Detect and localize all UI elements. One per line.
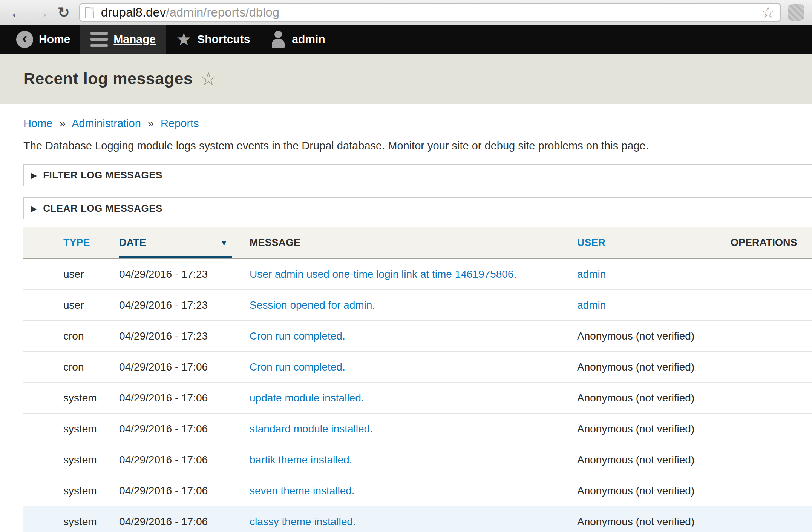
message-cell: Cron run completed. [232, 321, 560, 352]
collapsed-arrow-icon: ▶ [31, 204, 37, 212]
log-message-link[interactable]: update module installed. [250, 392, 364, 404]
user-cell: admin [560, 259, 713, 290]
browser-back-button[interactable]: ← [9, 5, 25, 20]
log-user-text: Anonymous (not verified) [577, 516, 694, 527]
message-cell: classy theme installed. [232, 506, 560, 532]
log-user-text: Anonymous (not verified) [577, 485, 694, 497]
collapsed-arrow-icon: ▶ [31, 171, 37, 179]
log-message-link[interactable]: Cron run completed. [250, 361, 345, 373]
log-table-row: user 04/29/2016 - 17:23 User admin used … [23, 259, 812, 290]
breadcrumb-separator: » [148, 117, 154, 129]
message-cell: User admin used one-time login link at t… [232, 259, 560, 290]
date-cell: 04/29/2016 - 17:06 [119, 444, 232, 475]
log-type: system [63, 516, 97, 527]
page-description: The Database Logging module logs system … [23, 140, 812, 152]
log-message-link[interactable]: classy theme installed. [250, 516, 356, 527]
operations-cell [713, 506, 812, 532]
log-date: 04/29/2016 - 17:23 [119, 330, 208, 342]
message-cell: Session opened for admin. [232, 290, 560, 321]
log-type: system [63, 454, 97, 466]
log-message-link[interactable]: bartik theme installed. [250, 454, 352, 466]
toolbar-item-admin[interactable]: admin [260, 25, 335, 54]
date-cell: 04/29/2016 - 17:06 [119, 352, 232, 383]
operations-cell [713, 444, 812, 475]
log-message-link[interactable]: Session opened for admin. [250, 299, 375, 311]
message-cell: update module installed. [232, 383, 560, 414]
address-bar[interactable]: drupal8.dev/admin/reports/dblog ☆ [79, 3, 781, 22]
log-user-link[interactable]: admin [577, 299, 606, 311]
operations-cell [713, 259, 812, 290]
filter-log-messages-label: FILTER LOG MESSAGES [43, 169, 162, 181]
page-favicon-icon [85, 7, 94, 18]
date-cell: 04/29/2016 - 17:23 [119, 290, 232, 321]
log-type: system [63, 423, 97, 435]
url-path: /admin/reports/dblog [166, 5, 279, 19]
log-message-link[interactable]: User admin used one-time login link at t… [250, 268, 516, 280]
menu-icon [90, 32, 108, 47]
toolbar-home-label: Home [39, 33, 70, 46]
type-cell: cron [23, 352, 119, 383]
sort-by-date-link[interactable]: DATE ▼ [119, 237, 232, 249]
url-text: drupal8.dev/admin/reports/dblog [101, 5, 757, 20]
log-message-link[interactable]: seven theme installed. [250, 485, 355, 497]
user-cell: Anonymous (not verified) [560, 352, 713, 383]
toolbar-manage-label: Manage [113, 33, 156, 46]
page-header: Recent log messages ☆ [0, 54, 812, 104]
operations-cell [713, 475, 812, 506]
log-type: cron [63, 361, 84, 373]
clear-log-messages-toggle[interactable]: ▶ CLEAR LOG MESSAGES [23, 197, 812, 219]
user-cell: Anonymous (not verified) [560, 321, 713, 352]
log-message-link[interactable]: Cron run completed. [250, 330, 345, 342]
log-table-row: system 04/29/2016 - 17:06 classy theme i… [23, 506, 812, 532]
toolbar-item-shortcuts[interactable]: ★ Shortcuts [166, 25, 260, 54]
breadcrumb-administration-link[interactable]: Administration [72, 117, 141, 129]
log-user-text: Anonymous (not verified) [577, 454, 694, 466]
page-content: Home » Administration » Reports The Data… [0, 117, 812, 532]
user-icon [270, 31, 286, 48]
user-cell: admin [560, 290, 713, 321]
type-cell: system [23, 475, 119, 506]
log-table-body: user 04/29/2016 - 17:23 User admin used … [23, 259, 812, 532]
log-type: system [63, 485, 97, 497]
type-cell: system [23, 383, 119, 414]
log-user-link[interactable]: admin [577, 268, 606, 280]
type-cell: cron [23, 321, 119, 352]
log-user-text: Anonymous (not verified) [577, 330, 694, 342]
log-date: 04/29/2016 - 17:23 [119, 268, 208, 280]
page-title: Recent log messages [23, 69, 193, 88]
date-cell: 04/29/2016 - 17:06 [119, 506, 232, 532]
breadcrumb-separator: » [59, 117, 65, 129]
date-cell: 04/29/2016 - 17:06 [119, 414, 232, 444]
message-header-label: MESSAGE [232, 227, 560, 259]
message-cell: seven theme installed. [232, 475, 560, 506]
user-cell: Anonymous (not verified) [560, 414, 713, 444]
date-header-label: DATE [119, 237, 146, 249]
type-cell: system [23, 444, 119, 475]
log-message-link[interactable]: standard module installed. [250, 423, 373, 435]
type-cell: system [23, 414, 119, 444]
admin-toolbar: ‹ Home Manage ★ Shortcuts admin [0, 25, 812, 54]
bookmark-star-icon[interactable]: ☆ [761, 5, 775, 20]
breadcrumb-reports-link[interactable]: Reports [161, 117, 199, 129]
toolbar-item-manage[interactable]: Manage [80, 25, 166, 54]
user-cell: Anonymous (not verified) [560, 444, 713, 475]
date-cell: 04/29/2016 - 17:23 [119, 259, 232, 290]
operations-cell [713, 352, 812, 383]
shortcut-star-icon[interactable]: ☆ [200, 70, 216, 88]
type-cell: system [23, 506, 119, 532]
browser-forward-button[interactable]: → [34, 5, 49, 20]
log-date: 04/29/2016 - 17:23 [119, 299, 208, 311]
sort-by-user-link[interactable]: USER [577, 237, 605, 248]
toolbar-item-home[interactable]: ‹ Home [6, 25, 80, 54]
log-date: 04/29/2016 - 17:06 [119, 392, 208, 404]
back-to-site-icon: ‹ [16, 31, 33, 48]
breadcrumb-home-link[interactable]: Home [23, 117, 52, 129]
log-date: 04/29/2016 - 17:06 [119, 454, 208, 466]
operations-cell [713, 383, 812, 414]
message-cell: standard module installed. [232, 414, 560, 444]
filter-log-messages-toggle[interactable]: ▶ FILTER LOG MESSAGES [23, 164, 812, 186]
sort-by-type-link[interactable]: TYPE [63, 237, 90, 248]
extension-icon[interactable] [788, 4, 804, 21]
browser-reload-button[interactable]: ↻ [58, 5, 70, 20]
log-date: 04/29/2016 - 17:06 [119, 361, 208, 373]
